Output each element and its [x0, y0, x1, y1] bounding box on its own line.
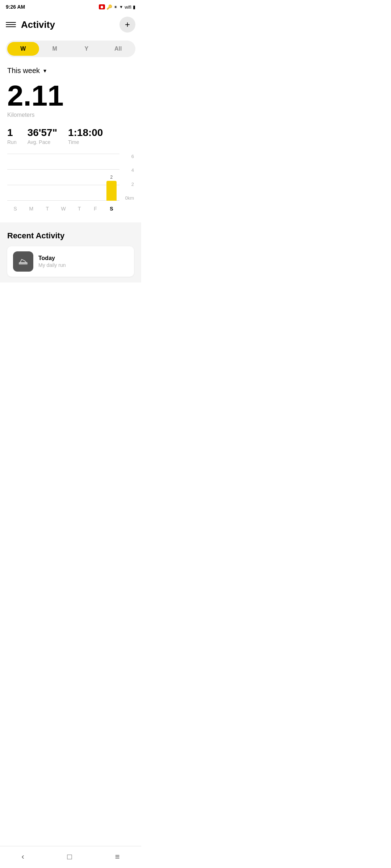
stat-time: 1:18:00 Time: [68, 127, 103, 145]
chart-area: 6 4 2 0km: [7, 154, 119, 212]
bar-thursday: [71, 154, 87, 201]
activity-icon: [13, 251, 33, 272]
bar-sunday: [7, 154, 23, 201]
week-label: This week: [7, 67, 40, 75]
y-label-4: 4: [131, 167, 134, 173]
recent-activity-title: Recent Activity: [7, 231, 134, 241]
stat-runs-value: 1: [7, 127, 17, 139]
header: Activity +: [0, 13, 141, 37]
activity-chart: 6 4 2 0km: [7, 154, 134, 215]
stat-pace-label: Avg. Pace: [28, 139, 57, 145]
tab-all[interactable]: All: [102, 42, 134, 56]
x-label-s1: S: [7, 206, 23, 212]
distance-value: 2.11: [7, 81, 134, 110]
bar-saturday-label: 2: [110, 175, 113, 180]
stat-runs: 1 Run: [7, 127, 17, 145]
bar-friday: [87, 154, 103, 201]
bar-monday: [23, 154, 39, 201]
y-label-2: 2: [131, 182, 134, 187]
status-bar: 9:26 AM ⏺ 🔑 ✴ ▼ wifi ▮: [0, 0, 141, 13]
stat-time-value: 1:18:00: [68, 127, 103, 139]
period-tabs: W M Y All: [6, 41, 135, 57]
chart-y-labels: 6 4 2 0km: [125, 154, 134, 201]
recent-activity-section: Recent Activity Today My daily run: [0, 222, 141, 282]
activity-info: Today My daily run: [38, 255, 66, 268]
activity-name: My daily run: [38, 262, 66, 268]
stat-pace-value: 36'57": [28, 127, 57, 139]
stat-runs-label: Run: [7, 139, 17, 145]
status-icons: ⏺ 🔑 ✴ ▼ wifi ▮: [99, 4, 135, 10]
x-label-f: F: [87, 206, 103, 212]
x-label-w: W: [55, 206, 71, 212]
main-content: This week ▾ 2.11 Kilometers 1 Run 36'57"…: [0, 63, 141, 215]
week-selector[interactable]: This week ▾: [7, 67, 134, 75]
bar-saturday-rect: [106, 181, 117, 201]
y-label-6: 6: [131, 154, 134, 159]
activity-card[interactable]: Today My daily run: [7, 246, 134, 277]
add-activity-button[interactable]: +: [119, 17, 135, 33]
stat-time-label: Time: [68, 139, 103, 145]
chart-x-labels: S M T W T F S: [7, 206, 119, 212]
wifi-icon: wifi: [125, 4, 131, 10]
page-title: Activity: [21, 19, 119, 30]
tab-year[interactable]: Y: [71, 42, 102, 56]
distance-unit: Kilometers: [7, 112, 134, 118]
bar-wednesday: [55, 154, 71, 201]
activity-date: Today: [38, 255, 66, 261]
svg-rect-1: [19, 264, 28, 265]
bar-tuesday: [39, 154, 55, 201]
bar-saturday[interactable]: 2: [104, 154, 119, 201]
x-label-t1: T: [39, 206, 55, 212]
y-label-0: 0km: [125, 195, 134, 201]
stat-pace: 36'57" Avg. Pace: [28, 127, 57, 145]
signal-icon: ▼: [119, 5, 123, 9]
chevron-down-icon: ▾: [43, 67, 46, 74]
x-label-t2: T: [71, 206, 87, 212]
key-icon: 🔑: [106, 4, 112, 10]
tab-month[interactable]: M: [39, 42, 71, 56]
x-label-m: M: [23, 206, 39, 212]
stats-row: 1 Run 36'57" Avg. Pace 1:18:00 Time: [7, 127, 134, 145]
bluetooth-icon: ✴: [114, 4, 118, 10]
menu-button[interactable]: [6, 22, 16, 27]
status-time: 9:26 AM: [6, 4, 25, 10]
chart-bars: 2: [7, 154, 119, 201]
tab-week[interactable]: W: [7, 42, 39, 56]
x-label-s2: S: [104, 206, 119, 212]
battery-icon: ▮: [133, 4, 135, 10]
video-icon: ⏺: [99, 4, 105, 9]
